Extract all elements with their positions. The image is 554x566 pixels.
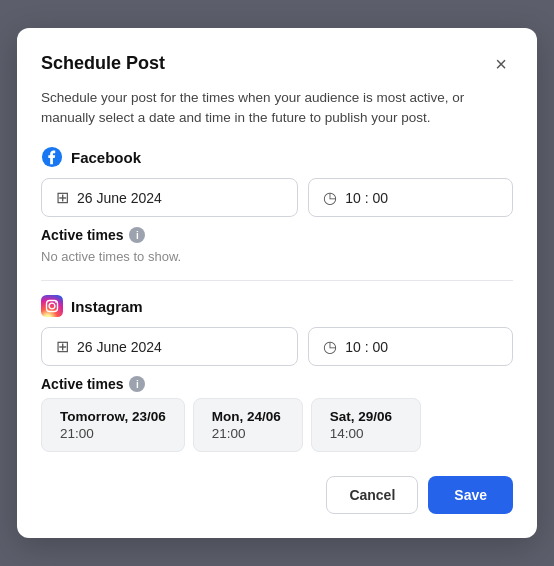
facebook-no-active-text: No active times to show. xyxy=(41,249,513,264)
instagram-info-icon[interactable]: i xyxy=(129,376,145,392)
close-button[interactable]: × xyxy=(489,52,513,76)
instagram-time-field[interactable]: ◷ 10 : 00 xyxy=(308,327,513,366)
chip-0-label: Tomorrow, 23/06 xyxy=(60,409,166,424)
section-divider xyxy=(41,280,513,281)
instagram-time-value: 10 : 00 xyxy=(345,339,388,355)
svg-point-4 xyxy=(55,301,57,303)
modal-header: Schedule Post × xyxy=(41,52,513,76)
calendar-icon-2: ⊞ xyxy=(56,337,69,356)
facebook-icon xyxy=(41,146,63,168)
instagram-active-times-header: Active times i xyxy=(41,376,513,392)
instagram-active-times-label: Active times xyxy=(41,376,123,392)
time-chip-0[interactable]: Tomorrow, 23/06 21:00 xyxy=(41,398,185,452)
clock-icon: ◷ xyxy=(323,188,337,207)
instagram-icon xyxy=(41,295,63,317)
save-button[interactable]: Save xyxy=(428,476,513,514)
chip-1-time: 21:00 xyxy=(212,426,284,441)
svg-rect-1 xyxy=(41,295,63,317)
instagram-date-time-row: ⊞ 26 June 2024 ◷ 10 : 00 xyxy=(41,327,513,366)
clock-icon-2: ◷ xyxy=(323,337,337,356)
chip-2-time: 14:00 xyxy=(330,426,402,441)
facebook-platform-label: Facebook xyxy=(41,146,513,168)
cancel-button[interactable]: Cancel xyxy=(326,476,418,514)
facebook-active-times-header: Active times i xyxy=(41,227,513,243)
facebook-section: Facebook ⊞ 26 June 2024 ◷ 10 : 00 Active… xyxy=(41,146,513,264)
facebook-date-field[interactable]: ⊞ 26 June 2024 xyxy=(41,178,298,217)
facebook-time-value: 10 : 00 xyxy=(345,190,388,206)
schedule-post-modal: Schedule Post × Schedule your post for t… xyxy=(17,28,537,539)
facebook-active-times-label: Active times xyxy=(41,227,123,243)
facebook-info-icon[interactable]: i xyxy=(129,227,145,243)
chip-2-label: Sat, 29/06 xyxy=(330,409,402,424)
modal-description: Schedule your post for the times when yo… xyxy=(41,88,513,129)
instagram-date-field[interactable]: ⊞ 26 June 2024 xyxy=(41,327,298,366)
instagram-date-value: 26 June 2024 xyxy=(77,339,162,355)
instagram-platform-label: Instagram xyxy=(41,295,513,317)
chip-0-time: 21:00 xyxy=(60,426,166,441)
instagram-section: Instagram ⊞ 26 June 2024 ◷ 10 : 00 Activ… xyxy=(41,295,513,452)
time-chip-2[interactable]: Sat, 29/06 14:00 xyxy=(311,398,421,452)
modal-overlay: Schedule Post × Schedule your post for t… xyxy=(0,0,554,566)
active-time-chips: Tomorrow, 23/06 21:00 Mon, 24/06 21:00 S… xyxy=(41,398,513,452)
time-chip-1[interactable]: Mon, 24/06 21:00 xyxy=(193,398,303,452)
modal-title: Schedule Post xyxy=(41,53,165,74)
facebook-label: Facebook xyxy=(71,149,141,166)
facebook-time-field[interactable]: ◷ 10 : 00 xyxy=(308,178,513,217)
instagram-label: Instagram xyxy=(71,298,143,315)
modal-footer: Cancel Save xyxy=(41,476,513,514)
chip-1-label: Mon, 24/06 xyxy=(212,409,284,424)
facebook-date-time-row: ⊞ 26 June 2024 ◷ 10 : 00 xyxy=(41,178,513,217)
facebook-date-value: 26 June 2024 xyxy=(77,190,162,206)
calendar-icon: ⊞ xyxy=(56,188,69,207)
